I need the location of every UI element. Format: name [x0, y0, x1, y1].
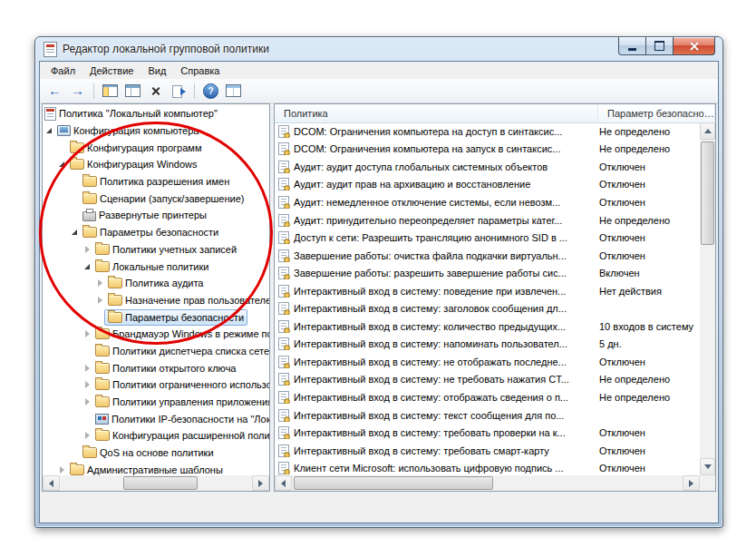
tree-item[interactable]: QoS на основе политики — [42, 444, 269, 462]
list-item[interactable]: Завершение работы: очистка файла подкачк… — [275, 247, 700, 265]
tree-item[interactable]: Политики учетных записей — [42, 241, 269, 259]
tree-item[interactable]: Конфигурация расширенной политики аудита — [42, 427, 269, 444]
tree-item[interactable]: Политики диспетчера списка сетей — [42, 343, 269, 360]
minimize-button[interactable] — [618, 37, 646, 55]
tree-item[interactable]: Политики открытого ключа — [42, 359, 269, 376]
list-item[interactable]: Аудит: принудительно переопределяет пара… — [275, 211, 700, 230]
scrollbar-track[interactable] — [292, 475, 683, 491]
list-item[interactable]: Доступ к сети: Разрешить трансляцию анон… — [275, 229, 700, 247]
scroll-left-button[interactable] — [275, 475, 292, 491]
scrollbar-track[interactable] — [60, 475, 252, 491]
policy-list: DCOM: Ограничения компьютера на доступ в… — [275, 122, 700, 475]
column-header-0[interactable]: Политика — [275, 104, 598, 122]
list-item[interactable]: Интерактивный вход в систему: количество… — [275, 317, 700, 336]
policy-name: DCOM: Ограничения компьютера на доступ в… — [294, 126, 562, 137]
tree-item[interactable]: Развернутые принтеры — [42, 207, 269, 224]
tree-item[interactable]: Назначение прав пользователей — [42, 292, 269, 309]
tree-item[interactable]: Политика аудита — [42, 275, 269, 292]
column-header-1[interactable]: Параметр безопасности — [598, 104, 715, 122]
delete-button[interactable] — [145, 81, 166, 101]
scrollbar-thumb[interactable] — [123, 476, 198, 490]
tree-item[interactable]: Параметры безопасности — [42, 308, 269, 326]
tree-item[interactable]: Локальные политики — [42, 258, 269, 275]
tree-horizontal-scrollbar[interactable] — [43, 475, 269, 491]
maximize-button[interactable] — [646, 37, 673, 55]
scroll-down-button[interactable] — [700, 458, 715, 475]
collapsed-arrow-icon[interactable] — [82, 427, 92, 444]
tree-item[interactable]: Политика "Локальный компьютер" — [42, 105, 269, 122]
expanded-arrow-icon[interactable] — [57, 156, 66, 173]
export-list-button[interactable] — [168, 81, 189, 101]
help-button[interactable] — [200, 81, 221, 101]
toolbar-separator — [194, 83, 195, 99]
tree-item[interactable]: Административные шаблоны — [42, 461, 269, 475]
tree-item[interactable]: Параметры безопасности — [42, 224, 269, 241]
scrollbar-track[interactable] — [700, 140, 715, 458]
policy-name: Завершение работы: разрешить завершение … — [294, 268, 567, 278]
collapsed-arrow-icon[interactable] — [95, 275, 104, 292]
list-item[interactable]: Интерактивный вход в систему: требовать … — [275, 424, 700, 442]
scroll-right-button[interactable] — [252, 475, 269, 491]
list-vertical-scrollbar[interactable] — [700, 122, 715, 475]
list-horizontal-scrollbar[interactable] — [275, 475, 700, 491]
tree-item[interactable]: Политика разрешения имен — [42, 173, 269, 190]
folder-icon — [70, 142, 84, 153]
policy-icon — [278, 337, 289, 350]
tree-item[interactable]: Политики ограниченного использования про… — [42, 376, 269, 394]
tree-item[interactable]: Политики IP-безопасности на "Локальный к… — [42, 410, 269, 427]
scroll-up-button[interactable] — [700, 122, 715, 140]
list-item[interactable]: DCOM: Ограничения компьютера на запуск в… — [275, 141, 700, 159]
window-panes-button[interactable] — [122, 81, 143, 101]
list-item[interactable]: Завершение работы: разрешить завершение … — [275, 264, 700, 282]
properties-table-button[interactable] — [223, 81, 244, 101]
tree-item-label: Политики диспетчера списка сетей — [112, 346, 269, 357]
collapsed-triangle — [85, 381, 90, 388]
expanded-arrow-icon[interactable] — [70, 224, 79, 241]
scrollbar-thumb[interactable] — [701, 142, 714, 245]
collapsed-arrow-icon[interactable] — [95, 292, 104, 309]
policy-icon — [278, 373, 289, 386]
collapsed-arrow-icon[interactable] — [82, 241, 92, 259]
list-item[interactable]: Интерактивный вход в систему: не отображ… — [275, 353, 700, 371]
list-item[interactable]: Интерактивный вход в систему: отображать… — [275, 388, 700, 406]
list-item[interactable]: Интерактивный вход в систему: текст сооб… — [275, 406, 700, 425]
scrollbar-thumb[interactable] — [294, 476, 493, 490]
collapsed-arrow-icon[interactable] — [57, 461, 66, 475]
expanded-arrow-icon[interactable] — [44, 122, 53, 140]
list-item[interactable]: Аудит: немедленное отключение системы, е… — [275, 193, 700, 211]
tree-indent-spacer — [82, 343, 92, 360]
tree-item[interactable]: Сценарии (запуск/завершение) — [42, 190, 269, 207]
tree-item[interactable]: Конфигурация Windows — [42, 156, 269, 173]
list-item[interactable]: Интерактивный вход в систему: заголовок … — [275, 299, 700, 317]
list-item[interactable]: Аудит: аудит доступа глобальных системны… — [275, 158, 700, 176]
expanded-arrow-icon[interactable] — [82, 258, 92, 275]
titlebar[interactable]: Редактор локальной групповой политики — [35, 37, 722, 61]
collapsed-arrow-icon[interactable] — [82, 359, 92, 376]
list-item[interactable]: Аудит: аудит прав на архивацию и восстан… — [275, 176, 700, 194]
collapsed-arrow-icon[interactable] — [82, 376, 92, 394]
tree-item[interactable]: Конфигурация компьютера — [42, 122, 269, 140]
policy-icon — [278, 196, 289, 209]
scroll-right-button[interactable] — [683, 475, 700, 491]
tree-item[interactable]: Брандмауэр Windows в режиме повышенной б… — [42, 326, 269, 343]
menu-item-1[interactable]: Действие — [82, 63, 141, 78]
back-button[interactable] — [44, 81, 65, 101]
list-item[interactable]: Интерактивный вход в систему: поведение … — [275, 282, 700, 300]
menu-item-0[interactable]: Файл — [44, 63, 82, 78]
tree-item[interactable]: Конфигурация программ — [42, 139, 269, 156]
list-item[interactable]: Клиент сети Microsoft: использовать цифр… — [275, 459, 700, 475]
tree-item[interactable]: Политики управления приложениями — [42, 394, 269, 411]
close-button[interactable] — [673, 37, 715, 55]
list-item[interactable]: Интерактивный вход в систему: не требова… — [275, 371, 700, 389]
collapsed-arrow-icon[interactable] — [82, 326, 92, 343]
menu-item-2[interactable]: Вид — [141, 63, 173, 78]
forward-button[interactable] — [67, 81, 88, 101]
window-title: Редактор локальной групповой политики — [63, 43, 269, 55]
list-item[interactable]: Интерактивный вход в систему: требовать … — [275, 442, 700, 460]
show-console-tree-button[interactable] — [100, 81, 121, 101]
scroll-left-button[interactable] — [43, 475, 60, 491]
collapsed-arrow-icon[interactable] — [82, 394, 92, 411]
menu-item-3[interactable]: Справка — [173, 63, 227, 78]
list-item[interactable]: Интерактивный вход в систему: напоминать… — [275, 336, 700, 354]
list-item[interactable]: DCOM: Ограничения компьютера на доступ в… — [275, 122, 700, 141]
